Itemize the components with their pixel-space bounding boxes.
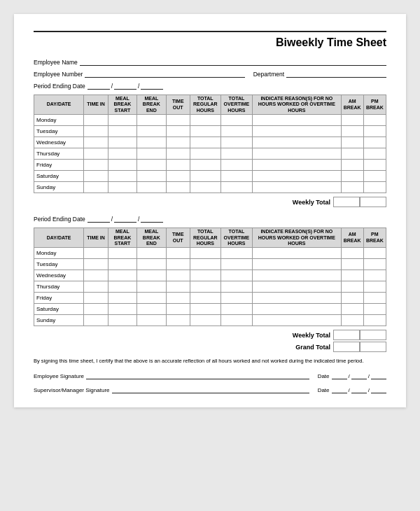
- weekly-total-boxes-2: [333, 330, 386, 340]
- weekly-total-row-2: Weekly Total: [34, 330, 386, 340]
- sup-date-d: [351, 385, 367, 393]
- w1-total-reg-4: [190, 160, 220, 171]
- w2-am-break-6: [341, 315, 363, 326]
- header-meal-break-start-2: MEAL BREAK START: [108, 228, 136, 248]
- w2-pm-break-4: [363, 293, 386, 304]
- period-month-1: [88, 81, 110, 90]
- table-header-row-2: DAY/DATE TIME IN MEAL BREAK START MEAL B…: [34, 228, 386, 248]
- w2-time-in-4: [84, 293, 108, 304]
- w2-time-in-5: [84, 304, 108, 315]
- w2-meal-start-4: [108, 293, 136, 304]
- supervisor-date-label: Date: [318, 387, 330, 393]
- w1-pm-break-6: [363, 182, 386, 193]
- employee-name-line: [80, 57, 386, 66]
- w1-meal-end-4: [137, 160, 166, 171]
- weekly-total-label-2: Weekly Total: [293, 332, 330, 339]
- w2-am-break-0: [341, 248, 363, 259]
- w2-total-ot-5: [220, 304, 252, 315]
- emp-date-d: [351, 371, 367, 379]
- employee-signature-label: Employee Signature: [34, 373, 84, 379]
- header-time-out-2: TIME OUT: [166, 228, 190, 248]
- w1-total-ot-4: [220, 160, 252, 171]
- weekly-total-reg-2: [333, 330, 360, 340]
- w2-day-3: Thursday: [34, 281, 84, 293]
- w1-meal-end-5: [137, 171, 166, 182]
- w2-am-break-4: [341, 293, 363, 304]
- w1-indicate-4: [253, 160, 341, 171]
- w2-meal-end-1: [137, 259, 166, 270]
- w2-meal-start-3: [108, 281, 136, 293]
- table-row: Monday: [34, 115, 386, 126]
- w1-time-in-5: [84, 171, 108, 182]
- footer-text: By signing this time sheet, I certify th…: [34, 358, 386, 365]
- w1-total-ot-6: [220, 182, 252, 193]
- sup-date-m: [332, 385, 347, 393]
- supervisor-date-group: Date / /: [318, 385, 386, 393]
- w2-total-ot-0: [220, 248, 252, 259]
- department-label: Department: [253, 71, 284, 78]
- employee-name-label: Employee Name: [34, 59, 78, 66]
- w2-am-break-2: [341, 270, 363, 281]
- w1-time-in-6: [84, 182, 108, 193]
- w2-time-in-1: [84, 259, 108, 270]
- header-meal-break-end-1: MEAL BREAK END: [137, 95, 166, 115]
- w2-total-reg-2: [190, 270, 220, 281]
- w1-meal-end-6: [137, 182, 166, 193]
- supervisor-signature-line: [112, 385, 309, 393]
- w1-day-0: Monday: [34, 115, 84, 126]
- period-month-2: [88, 214, 110, 223]
- w1-am-break-3: [341, 148, 363, 160]
- w1-am-break-5: [341, 171, 363, 182]
- w1-total-reg-3: [190, 148, 220, 160]
- w2-total-reg-6: [190, 315, 220, 326]
- employee-number-row: Employee Number Department: [34, 69, 386, 78]
- period-year-2: [141, 214, 163, 223]
- w1-day-1: Tuesday: [34, 126, 84, 137]
- table-row: Sunday: [34, 315, 386, 326]
- w1-meal-start-1: [108, 126, 136, 137]
- w2-total-ot-1: [220, 259, 252, 270]
- table-row: Friday: [34, 293, 386, 304]
- w1-time-out-0: [166, 115, 190, 126]
- table-row: Thursday: [34, 148, 386, 160]
- w2-meal-start-2: [108, 270, 136, 281]
- emp-date-y: [371, 371, 386, 379]
- w2-pm-break-6: [363, 315, 386, 326]
- w1-total-reg-1: [190, 126, 220, 137]
- w2-indicate-4: [253, 293, 341, 304]
- w1-pm-break-5: [363, 171, 386, 182]
- w2-meal-end-3: [137, 281, 166, 293]
- w1-indicate-2: [253, 137, 341, 148]
- w1-time-out-6: [166, 182, 190, 193]
- page: Biweekly Time Sheet Employee Name Employ…: [14, 14, 406, 407]
- weekly-total-label-1: Weekly Total: [293, 199, 330, 206]
- w1-total-ot-1: [220, 126, 252, 137]
- w1-time-out-5: [166, 171, 190, 182]
- w2-time-in-3: [84, 281, 108, 293]
- employee-number-label: Employee Number: [34, 71, 83, 78]
- w2-total-reg-1: [190, 259, 220, 270]
- table-row: Tuesday: [34, 126, 386, 137]
- w1-pm-break-1: [363, 126, 386, 137]
- period-day-2: [114, 214, 136, 223]
- w1-indicate-5: [253, 171, 341, 182]
- w1-meal-start-4: [108, 160, 136, 171]
- emp-date-m: [332, 371, 347, 379]
- w2-time-out-1: [166, 259, 190, 270]
- w1-time-in-3: [84, 148, 108, 160]
- table-row: Saturday: [34, 171, 386, 182]
- w2-time-out-4: [166, 293, 190, 304]
- w2-pm-break-0: [363, 248, 386, 259]
- w2-time-out-2: [166, 270, 190, 281]
- w2-meal-start-5: [108, 304, 136, 315]
- w2-time-out-3: [166, 281, 190, 293]
- employee-number-line: [85, 69, 244, 78]
- w2-time-out-6: [166, 315, 190, 326]
- w1-meal-start-3: [108, 148, 136, 160]
- employee-name-row: Employee Name: [34, 57, 386, 66]
- w1-pm-break-0: [363, 115, 386, 126]
- table-row: Sunday: [34, 182, 386, 193]
- supervisor-signature-label: Supervisor/Manager Signature: [34, 387, 110, 393]
- table-row: Wednesday: [34, 270, 386, 281]
- w1-pm-break-2: [363, 137, 386, 148]
